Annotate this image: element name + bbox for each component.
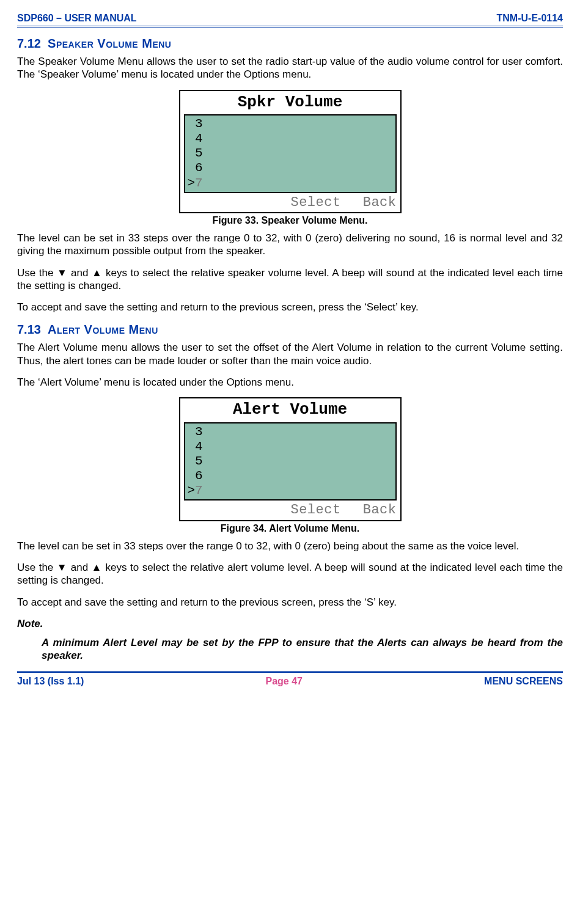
softkey-back: Back bbox=[363, 502, 397, 518]
figure-33: Spkr Volume 3 4 5 6 >7 SelectBack bbox=[17, 90, 563, 214]
softkey-back: Back bbox=[363, 195, 397, 210]
lcd-list: 3 4 5 6 >7 bbox=[184, 422, 397, 501]
note-body: A minimum Alert Level may be set by the … bbox=[42, 636, 563, 662]
lcd-title: Alert Volume bbox=[180, 398, 400, 420]
softkey-select: Select bbox=[290, 502, 340, 518]
list-item: 3 bbox=[188, 425, 393, 439]
header-right: TNM-U-E-0114 bbox=[497, 12, 563, 24]
figure-caption: Figure 33. Speaker Volume Menu. bbox=[17, 215, 563, 227]
body-text: To accept and save the setting and retur… bbox=[17, 301, 563, 314]
lcd-screen: Alert Volume 3 4 5 6 >7 SelectBack bbox=[179, 397, 402, 521]
note-heading: Note. bbox=[17, 617, 563, 630]
list-item: 6 bbox=[188, 469, 393, 483]
section-title: Alert Volume Menu bbox=[48, 323, 158, 336]
section-number: 7.13 bbox=[17, 323, 41, 336]
body-text: The Alert Volume menu allows the user to… bbox=[17, 341, 563, 367]
body-text: The ‘Alert Volume’ menu is located under… bbox=[17, 376, 563, 389]
section-7-12-heading: 7.12 Speaker Volume Menu bbox=[17, 36, 563, 51]
footer-center: Page 47 bbox=[84, 675, 484, 688]
list-item-selected: >7 bbox=[188, 483, 393, 498]
body-text: The level can be set in 33 steps over th… bbox=[17, 540, 563, 552]
lcd-softkeys: SelectBack bbox=[180, 193, 400, 213]
list-item: 4 bbox=[188, 439, 393, 454]
page-footer: Jul 13 (Iss 1.1) Page 47 MENU SCREENS bbox=[17, 671, 563, 688]
list-item: 5 bbox=[188, 454, 393, 469]
figure-caption: Figure 34. Alert Volume Menu. bbox=[17, 522, 563, 535]
footer-left: Jul 13 (Iss 1.1) bbox=[17, 675, 84, 688]
list-item: 6 bbox=[188, 161, 393, 175]
body-text: The Speaker Volume Menu allows the user … bbox=[17, 55, 563, 81]
section-number: 7.12 bbox=[17, 37, 41, 50]
lcd-screen: Spkr Volume 3 4 5 6 >7 SelectBack bbox=[179, 90, 402, 214]
footer-right: MENU SCREENS bbox=[484, 675, 563, 688]
section-7-13-heading: 7.13 Alert Volume Menu bbox=[17, 322, 563, 337]
body-text: To accept and save the setting and retur… bbox=[17, 596, 563, 609]
body-text: Use the ▼ and ▲ keys to select the relat… bbox=[17, 266, 563, 293]
lcd-softkeys: SelectBack bbox=[180, 501, 400, 520]
lcd-title: Spkr Volume bbox=[180, 91, 400, 112]
page-header: SDP660 – USER MANUAL TNM-U-E-0114 bbox=[17, 12, 563, 28]
list-item: 5 bbox=[188, 146, 393, 161]
list-item: 4 bbox=[188, 131, 393, 146]
figure-34: Alert Volume 3 4 5 6 >7 SelectBack bbox=[17, 397, 563, 521]
body-text: Use the ▼ and ▲ keys to select the relat… bbox=[17, 561, 563, 587]
section-title: Speaker Volume Menu bbox=[48, 37, 171, 50]
softkey-select: Select bbox=[290, 195, 340, 210]
lcd-list: 3 4 5 6 >7 bbox=[184, 114, 397, 193]
list-item-selected: >7 bbox=[188, 176, 393, 191]
list-item: 3 bbox=[188, 117, 393, 131]
header-left: SDP660 – USER MANUAL bbox=[17, 12, 137, 24]
body-text: The level can be set in 33 steps over th… bbox=[17, 232, 563, 258]
